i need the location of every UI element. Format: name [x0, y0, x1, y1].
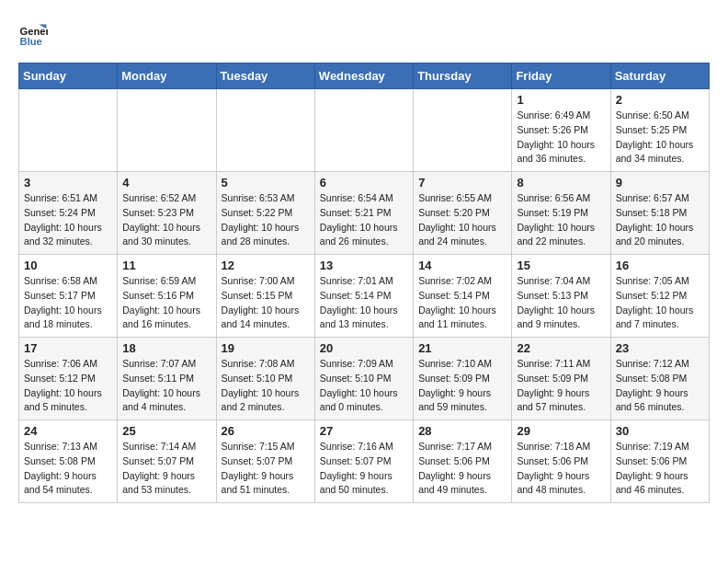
- day-info: Sunrise: 7:18 AM Sunset: 5:06 PM Dayligh…: [517, 440, 605, 498]
- day-info: Sunrise: 7:15 AM Sunset: 5:07 PM Dayligh…: [222, 440, 310, 498]
- day-info: Sunrise: 6:59 AM Sunset: 5:16 PM Dayligh…: [122, 274, 210, 332]
- calendar-cell: 26Sunrise: 7:15 AM Sunset: 5:07 PM Dayli…: [216, 420, 314, 503]
- calendar-cell: 4Sunrise: 6:52 AM Sunset: 5:23 PM Daylig…: [118, 172, 216, 255]
- day-number: 23: [616, 341, 704, 355]
- day-header: Thursday: [414, 63, 512, 89]
- day-info: Sunrise: 6:53 AM Sunset: 5:22 PM Dayligh…: [222, 191, 310, 249]
- calendar-cell: 22Sunrise: 7:11 AM Sunset: 5:09 PM Dayli…: [512, 338, 610, 420]
- day-number: 9: [616, 176, 704, 190]
- day-info: Sunrise: 6:56 AM Sunset: 5:19 PM Dayligh…: [517, 191, 605, 249]
- calendar-cell: 12Sunrise: 7:00 AM Sunset: 5:15 PM Dayli…: [216, 255, 314, 338]
- day-header: Friday: [512, 63, 610, 89]
- day-number: 12: [222, 259, 310, 272]
- calendar-cell: 8Sunrise: 6:56 AM Sunset: 5:19 PM Daylig…: [512, 172, 610, 255]
- day-info: Sunrise: 7:11 AM Sunset: 5:09 PM Dayligh…: [517, 357, 605, 415]
- day-number: 13: [320, 259, 408, 272]
- day-header: Sunday: [19, 63, 118, 89]
- day-info: Sunrise: 6:52 AM Sunset: 5:23 PM Dayligh…: [122, 191, 210, 249]
- calendar-cell: 19Sunrise: 7:08 AM Sunset: 5:10 PM Dayli…: [216, 338, 314, 420]
- calendar-cell: 10Sunrise: 6:58 AM Sunset: 5:17 PM Dayli…: [19, 255, 118, 338]
- day-info: Sunrise: 6:51 AM Sunset: 5:24 PM Dayligh…: [24, 191, 112, 249]
- calendar-table: SundayMondayTuesdayWednesdayThursdayFrid…: [18, 63, 710, 503]
- day-number: 30: [616, 424, 704, 438]
- calendar-cell: 2Sunrise: 6:50 AM Sunset: 5:25 PM Daylig…: [610, 89, 709, 172]
- calendar-cell: 25Sunrise: 7:14 AM Sunset: 5:07 PM Dayli…: [118, 420, 216, 503]
- day-info: Sunrise: 7:04 AM Sunset: 5:13 PM Dayligh…: [517, 274, 605, 332]
- day-info: Sunrise: 7:02 AM Sunset: 5:14 PM Dayligh…: [418, 274, 506, 332]
- day-info: Sunrise: 7:14 AM Sunset: 5:07 PM Dayligh…: [122, 440, 210, 498]
- day-number: 28: [418, 424, 506, 438]
- day-info: Sunrise: 6:58 AM Sunset: 5:17 PM Dayligh…: [24, 274, 112, 332]
- day-number: 25: [122, 424, 210, 438]
- day-number: 11: [122, 259, 210, 272]
- day-number: 24: [24, 424, 112, 438]
- calendar-cell: 21Sunrise: 7:10 AM Sunset: 5:09 PM Dayli…: [414, 338, 512, 420]
- day-number: 3: [24, 176, 112, 190]
- calendar-cell: [118, 89, 216, 172]
- calendar-cell: 3Sunrise: 6:51 AM Sunset: 5:24 PM Daylig…: [19, 172, 118, 255]
- day-number: 20: [320, 341, 408, 355]
- calendar-cell: 6Sunrise: 6:54 AM Sunset: 5:21 PM Daylig…: [314, 172, 413, 255]
- day-number: 4: [122, 176, 210, 190]
- calendar-cell: 13Sunrise: 7:01 AM Sunset: 5:14 PM Dayli…: [314, 255, 413, 338]
- day-number: 22: [517, 341, 605, 355]
- calendar-cell: 20Sunrise: 7:09 AM Sunset: 5:10 PM Dayli…: [314, 338, 413, 420]
- logo-icon: General Blue: [18, 18, 48, 48]
- calendar-row: 1Sunrise: 6:49 AM Sunset: 5:26 PM Daylig…: [19, 89, 710, 172]
- calendar-cell: 1Sunrise: 6:49 AM Sunset: 5:26 PM Daylig…: [512, 89, 610, 172]
- day-number: 10: [24, 259, 112, 272]
- calendar-cell: 7Sunrise: 6:55 AM Sunset: 5:20 PM Daylig…: [414, 172, 512, 255]
- day-number: 26: [222, 424, 310, 438]
- day-info: Sunrise: 7:08 AM Sunset: 5:10 PM Dayligh…: [222, 357, 310, 415]
- calendar-row: 3Sunrise: 6:51 AM Sunset: 5:24 PM Daylig…: [19, 172, 710, 255]
- day-info: Sunrise: 7:00 AM Sunset: 5:15 PM Dayligh…: [222, 274, 310, 332]
- svg-text:Blue: Blue: [20, 36, 42, 47]
- day-number: 1: [517, 93, 605, 107]
- calendar-cell: [19, 89, 118, 172]
- day-number: 21: [418, 341, 506, 355]
- calendar-row: 24Sunrise: 7:13 AM Sunset: 5:08 PM Dayli…: [19, 420, 710, 503]
- day-header: Monday: [118, 63, 216, 89]
- calendar-cell: 9Sunrise: 6:57 AM Sunset: 5:18 PM Daylig…: [610, 172, 709, 255]
- day-number: 6: [320, 176, 408, 190]
- day-number: 8: [517, 176, 605, 190]
- calendar-cell: 15Sunrise: 7:04 AM Sunset: 5:13 PM Dayli…: [512, 255, 610, 338]
- day-number: 14: [418, 259, 506, 272]
- day-number: 29: [517, 424, 605, 438]
- calendar-cell: [314, 89, 413, 172]
- day-info: Sunrise: 7:07 AM Sunset: 5:11 PM Dayligh…: [122, 357, 210, 415]
- day-info: Sunrise: 6:50 AM Sunset: 5:25 PM Dayligh…: [616, 109, 704, 167]
- day-info: Sunrise: 7:05 AM Sunset: 5:12 PM Dayligh…: [616, 274, 704, 332]
- day-info: Sunrise: 7:16 AM Sunset: 5:07 PM Dayligh…: [320, 440, 408, 498]
- calendar-cell: 11Sunrise: 6:59 AM Sunset: 5:16 PM Dayli…: [118, 255, 216, 338]
- day-number: 16: [616, 259, 704, 272]
- day-info: Sunrise: 7:01 AM Sunset: 5:14 PM Dayligh…: [320, 274, 408, 332]
- calendar-cell: 29Sunrise: 7:18 AM Sunset: 5:06 PM Dayli…: [512, 420, 610, 503]
- calendar-cell: 23Sunrise: 7:12 AM Sunset: 5:08 PM Dayli…: [610, 338, 709, 420]
- day-header: Saturday: [610, 63, 709, 89]
- calendar-cell: 16Sunrise: 7:05 AM Sunset: 5:12 PM Dayli…: [610, 255, 709, 338]
- header: General Blue: [18, 18, 710, 48]
- calendar-cell: [216, 89, 314, 172]
- calendar-cell: 17Sunrise: 7:06 AM Sunset: 5:12 PM Dayli…: [19, 338, 118, 420]
- day-info: Sunrise: 6:57 AM Sunset: 5:18 PM Dayligh…: [616, 191, 704, 249]
- calendar-cell: 18Sunrise: 7:07 AM Sunset: 5:11 PM Dayli…: [118, 338, 216, 420]
- day-info: Sunrise: 6:49 AM Sunset: 5:26 PM Dayligh…: [517, 109, 605, 167]
- day-info: Sunrise: 7:17 AM Sunset: 5:06 PM Dayligh…: [418, 440, 506, 498]
- day-info: Sunrise: 6:55 AM Sunset: 5:20 PM Dayligh…: [418, 191, 506, 249]
- day-number: 7: [418, 176, 506, 190]
- calendar-row: 17Sunrise: 7:06 AM Sunset: 5:12 PM Dayli…: [19, 338, 710, 420]
- day-info: Sunrise: 7:13 AM Sunset: 5:08 PM Dayligh…: [24, 440, 112, 498]
- calendar-cell: 28Sunrise: 7:17 AM Sunset: 5:06 PM Dayli…: [414, 420, 512, 503]
- day-info: Sunrise: 7:10 AM Sunset: 5:09 PM Dayligh…: [418, 357, 506, 415]
- day-number: 17: [24, 341, 112, 355]
- calendar-cell: 5Sunrise: 6:53 AM Sunset: 5:22 PM Daylig…: [216, 172, 314, 255]
- day-info: Sunrise: 7:09 AM Sunset: 5:10 PM Dayligh…: [320, 357, 408, 415]
- day-number: 15: [517, 259, 605, 272]
- day-info: Sunrise: 7:12 AM Sunset: 5:08 PM Dayligh…: [616, 357, 704, 415]
- day-number: 27: [320, 424, 408, 438]
- calendar-cell: 30Sunrise: 7:19 AM Sunset: 5:06 PM Dayli…: [610, 420, 709, 503]
- day-number: 19: [222, 341, 310, 355]
- day-header: Tuesday: [216, 63, 314, 89]
- calendar-cell: 24Sunrise: 7:13 AM Sunset: 5:08 PM Dayli…: [19, 420, 118, 503]
